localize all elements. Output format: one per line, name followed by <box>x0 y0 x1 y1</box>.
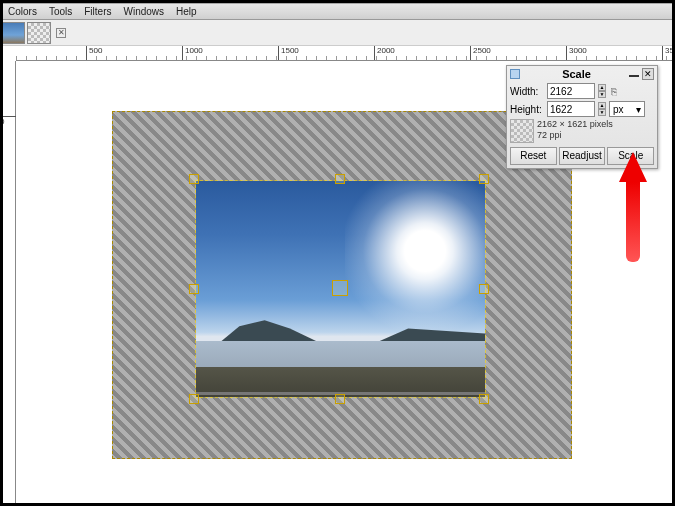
layer-thumb-2[interactable] <box>27 22 51 44</box>
scale-handle-center[interactable] <box>332 280 348 296</box>
width-label: Width: <box>510 86 544 97</box>
minimize-icon[interactable] <box>629 75 639 77</box>
scale-dialog[interactable]: Scale ✕ Width: ▲▼ ⎘ Height: ▲▼ px▾ 2162 … <box>506 65 658 169</box>
close-dialog-button[interactable]: ✕ <box>642 68 654 80</box>
menu-tools[interactable]: Tools <box>43 6 78 17</box>
scale-handle-ml[interactable] <box>189 284 199 294</box>
dialog-preview-thumb <box>510 119 534 143</box>
layer-thumb-1[interactable] <box>1 22 25 44</box>
scale-handle-tm[interactable] <box>335 174 345 184</box>
reset-button[interactable]: Reset <box>510 147 557 165</box>
menu-colors[interactable]: Colors <box>2 6 43 17</box>
width-input[interactable] <box>547 83 595 99</box>
height-label: Height: <box>510 104 544 115</box>
close-tab-icon[interactable]: ✕ <box>56 28 66 38</box>
menu-windows[interactable]: Windows <box>118 6 171 17</box>
ruler-vertical: 0 <box>0 61 16 506</box>
readjust-button[interactable]: Readjust <box>559 147 606 165</box>
layer-tabs: ✕ <box>0 20 675 46</box>
width-down[interactable]: ▼ <box>598 91 606 98</box>
canvas-boundary <box>112 111 572 459</box>
menu-filters[interactable]: Filters <box>78 6 117 17</box>
chevron-down-icon: ▾ <box>636 104 641 115</box>
scale-handle-tl[interactable] <box>189 174 199 184</box>
scale-handle-mr[interactable] <box>479 284 489 294</box>
menu-bar: Colors Tools Filters Windows Help <box>0 4 675 20</box>
height-up[interactable]: ▲ <box>598 102 606 109</box>
scale-handle-br[interactable] <box>479 394 489 404</box>
ruler-horizontal: 500 1000 1500 2000 2500 3000 3500 <box>16 46 675 61</box>
scale-dialog-title: Scale <box>524 68 629 80</box>
scale-handle-bl[interactable] <box>189 394 199 404</box>
scale-button[interactable]: Scale <box>607 147 654 165</box>
scale-handle-bm[interactable] <box>335 394 345 404</box>
sun-glare <box>345 180 486 331</box>
height-input[interactable] <box>547 101 595 117</box>
width-up[interactable]: ▲ <box>598 84 606 91</box>
scale-dialog-icon <box>510 69 520 79</box>
link-chain-icon[interactable]: ⎘ <box>609 86 619 97</box>
scale-handle-tr[interactable] <box>479 174 489 184</box>
height-down[interactable]: ▼ <box>598 109 606 116</box>
unit-select[interactable]: px▾ <box>609 101 645 117</box>
menu-help[interactable]: Help <box>170 6 203 17</box>
dialog-info: 2162 × 1621 pixels 72 ppi <box>537 119 613 143</box>
